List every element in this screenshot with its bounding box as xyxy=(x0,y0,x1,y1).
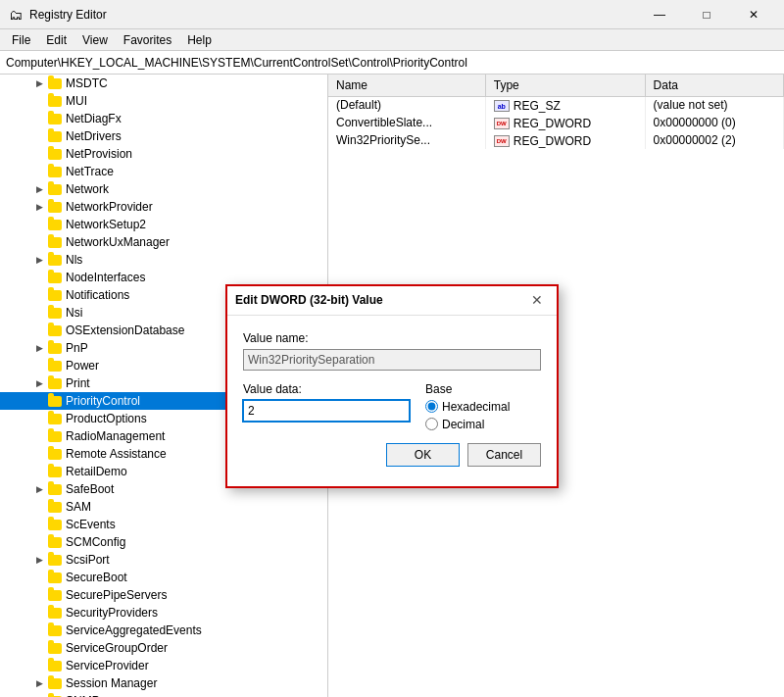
menu-view[interactable]: View xyxy=(74,31,116,49)
radio-group: Hexadecimal Decimal xyxy=(425,400,541,431)
dialog-title: Edit DWORD (32-bit) Value xyxy=(235,293,525,307)
radio-hex-label[interactable]: Hexadecimal xyxy=(425,400,541,414)
radio-dec-text: Decimal xyxy=(442,418,484,431)
window-controls: — □ ✕ xyxy=(637,0,776,29)
app-icon: 🗂 xyxy=(8,7,24,23)
dialog-body: Value name: Value data: Base Hexadecimal xyxy=(227,316,557,486)
value-data-col: Value data: xyxy=(243,382,410,431)
address-bar: Computer\HKEY_LOCAL_MACHINE\SYSTEM\Curre… xyxy=(0,51,784,75)
ok-button[interactable]: OK xyxy=(386,443,460,467)
minimize-button[interactable]: — xyxy=(637,0,682,29)
data-base-row: Value data: Base Hexadecimal xyxy=(243,382,541,431)
value-data-label: Value data: xyxy=(243,382,410,396)
dialog-close-button[interactable]: ✕ xyxy=(525,289,549,311)
value-name-input[interactable] xyxy=(243,349,541,371)
radio-decimal[interactable] xyxy=(425,418,438,430)
base-label: Base xyxy=(425,382,541,396)
maximize-button[interactable]: □ xyxy=(684,0,729,29)
radio-dec-label[interactable]: Decimal xyxy=(425,418,541,431)
address-path: Computer\HKEY_LOCAL_MACHINE\SYSTEM\Curre… xyxy=(6,56,467,70)
window-title: Registry Editor xyxy=(29,8,637,22)
value-name-label: Value name: xyxy=(243,331,541,345)
menu-edit[interactable]: Edit xyxy=(38,31,74,49)
edit-dialog: Edit DWORD (32-bit) Value ✕ Value name: … xyxy=(225,284,559,488)
menu-favorites[interactable]: Favorites xyxy=(116,31,179,49)
menu-bar: File Edit View Favorites Help xyxy=(0,29,784,51)
value-data-input[interactable] xyxy=(243,400,410,422)
dialog-title-bar: Edit DWORD (32-bit) Value ✕ xyxy=(227,286,557,316)
base-col: Base Hexadecimal Decimal xyxy=(425,382,541,431)
radio-hex-text: Hexadecimal xyxy=(442,400,510,414)
main-content: ▶ MSDTC MUI NetDiagFx NetDrivers NetProv… xyxy=(0,75,784,697)
menu-file[interactable]: File xyxy=(4,31,38,49)
menu-help[interactable]: Help xyxy=(179,31,220,49)
dialog-overlay: Edit DWORD (32-bit) Value ✕ Value name: … xyxy=(0,75,784,697)
close-button[interactable]: ✕ xyxy=(731,0,776,29)
cancel-button[interactable]: Cancel xyxy=(467,443,541,467)
radio-hexadecimal[interactable] xyxy=(425,400,438,413)
dialog-buttons: OK Cancel xyxy=(243,443,541,471)
title-bar: 🗂 Registry Editor — □ ✕ xyxy=(0,0,784,29)
